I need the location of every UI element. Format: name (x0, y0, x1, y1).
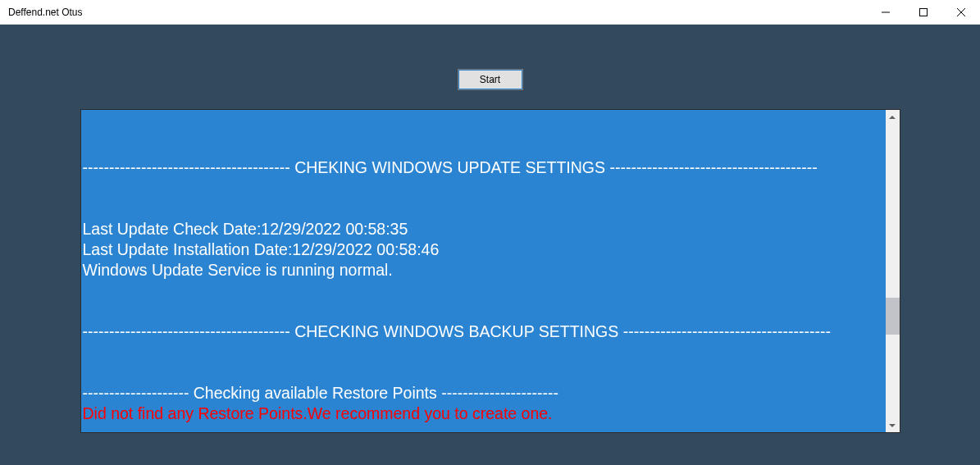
output-line: --------------------------------------- … (83, 157, 884, 178)
output-line (83, 137, 884, 157)
output-line (83, 178, 884, 198)
output-line: Did not find any Restore Points.We recom… (83, 403, 884, 424)
output-line (83, 342, 884, 362)
maximize-button[interactable] (905, 0, 942, 24)
output-container: --------------------------------------- … (80, 109, 900, 433)
scroll-down-arrow-icon[interactable] (886, 418, 900, 432)
output-line: --------------------------------------- … (83, 321, 884, 342)
titlebar: Deffend.net Otus (0, 0, 980, 25)
output-line (83, 280, 884, 301)
svg-rect-1 (920, 8, 928, 16)
output-line (83, 116, 884, 137)
scrollbar[interactable] (886, 110, 900, 432)
scroll-track[interactable] (886, 124, 900, 418)
output-line: -------------------- Checking available … (83, 383, 884, 403)
client-area: Start ----------------------------------… (0, 25, 980, 465)
output-panel: --------------------------------------- … (81, 110, 886, 432)
close-button[interactable] (942, 0, 980, 24)
scroll-thumb[interactable] (886, 298, 900, 335)
output-line (83, 362, 884, 383)
minimize-button[interactable] (867, 0, 905, 24)
output-line (83, 301, 884, 321)
window-title: Deffend.net Otus (8, 7, 83, 18)
output-line: Windows Update Service is running normal… (83, 260, 884, 280)
titlebar-controls (867, 0, 980, 24)
output-line (83, 198, 884, 219)
start-button[interactable]: Start (458, 70, 522, 89)
scroll-up-arrow-icon[interactable] (886, 110, 900, 124)
svg-marker-4 (889, 116, 896, 119)
output-line: Last Update Check Date:12/29/2022 00:58:… (83, 219, 884, 239)
svg-marker-5 (889, 424, 896, 427)
output-line: Last Update Installation Date:12/29/2022… (83, 239, 884, 260)
